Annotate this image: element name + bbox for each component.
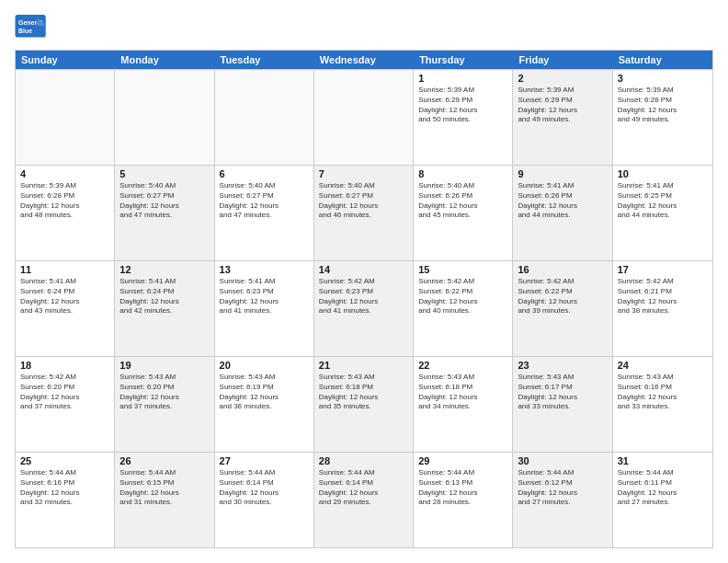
svg-text:Blue: Blue <box>18 28 32 34</box>
day-info: Sunrise: 5:43 AM Sunset: 6:20 PM Dayligh… <box>119 373 209 412</box>
day-number: 25 <box>20 455 109 466</box>
calendar-cell-4: 4Sunrise: 5:39 AM Sunset: 6:28 PM Daylig… <box>16 166 115 260</box>
header-day-sunday: Sunday <box>16 51 115 69</box>
calendar-cell-6: 6Sunrise: 5:40 AM Sunset: 6:27 PM Daylig… <box>215 166 314 260</box>
calendar-cell-15: 15Sunrise: 5:42 AM Sunset: 6:22 PM Dayli… <box>414 261 513 356</box>
day-number: 4 <box>20 168 109 179</box>
day-info: Sunrise: 5:41 AM Sunset: 6:24 PM Dayligh… <box>119 277 209 316</box>
day-number: 8 <box>418 168 507 179</box>
day-number: 13 <box>220 264 309 275</box>
calendar-cell-empty-0-0 <box>16 70 115 165</box>
calendar-body: 1Sunrise: 5:39 AM Sunset: 6:29 PM Daylig… <box>16 69 712 547</box>
calendar-cell-2: 2Sunrise: 5:39 AM Sunset: 6:29 PM Daylig… <box>513 70 612 165</box>
calendar-cell-16: 16Sunrise: 5:42 AM Sunset: 6:22 PM Dayli… <box>513 261 612 356</box>
page: General Blue SundayMondayTuesdayWednesda… <box>0 0 728 563</box>
day-info: Sunrise: 5:44 AM Sunset: 6:13 PM Dayligh… <box>418 468 507 508</box>
calendar-cell-9: 9Sunrise: 5:41 AM Sunset: 6:26 PM Daylig… <box>513 166 612 260</box>
day-number: 1 <box>418 73 507 84</box>
logo-icon: General Blue <box>15 15 48 40</box>
day-info: Sunrise: 5:43 AM Sunset: 6:18 PM Dayligh… <box>319 373 408 412</box>
calendar-cell-5: 5Sunrise: 5:40 AM Sunset: 6:27 PM Daylig… <box>115 166 214 260</box>
day-number: 26 <box>119 455 209 466</box>
header-day-wednesday: Wednesday <box>314 51 414 69</box>
day-number: 14 <box>319 264 408 275</box>
day-number: 17 <box>618 264 708 275</box>
day-info: Sunrise: 5:42 AM Sunset: 6:22 PM Dayligh… <box>418 277 507 316</box>
day-number: 20 <box>220 360 309 371</box>
day-number: 11 <box>20 264 109 275</box>
day-number: 10 <box>618 168 708 179</box>
day-info: Sunrise: 5:44 AM Sunset: 6:16 PM Dayligh… <box>20 468 109 508</box>
logo: General Blue <box>15 15 48 40</box>
calendar-cell-8: 8Sunrise: 5:40 AM Sunset: 6:26 PM Daylig… <box>414 166 513 260</box>
calendar-cell-14: 14Sunrise: 5:42 AM Sunset: 6:23 PM Dayli… <box>314 261 414 356</box>
day-number: 6 <box>220 168 309 179</box>
day-info: Sunrise: 5:41 AM Sunset: 6:25 PM Dayligh… <box>618 181 708 221</box>
calendar-cell-10: 10Sunrise: 5:41 AM Sunset: 6:25 PM Dayli… <box>613 166 712 260</box>
day-info: Sunrise: 5:41 AM Sunset: 6:24 PM Dayligh… <box>20 277 109 316</box>
calendar-cell-12: 12Sunrise: 5:41 AM Sunset: 6:24 PM Dayli… <box>115 261 214 356</box>
day-number: 5 <box>119 168 209 179</box>
calendar-cell-28: 28Sunrise: 5:44 AM Sunset: 6:14 PM Dayli… <box>314 453 414 547</box>
calendar-cell-26: 26Sunrise: 5:44 AM Sunset: 6:15 PM Dayli… <box>115 453 214 547</box>
day-number: 21 <box>319 360 408 371</box>
day-number: 2 <box>518 73 607 84</box>
calendar-cell-empty-0-2 <box>215 70 314 165</box>
calendar-cell-empty-0-1 <box>115 70 214 165</box>
day-number: 29 <box>418 455 507 466</box>
header: General Blue <box>15 15 713 40</box>
calendar-cell-13: 13Sunrise: 5:41 AM Sunset: 6:23 PM Dayli… <box>215 261 314 356</box>
calendar-cell-31: 31Sunrise: 5:44 AM Sunset: 6:11 PM Dayli… <box>613 453 712 547</box>
calendar-cell-11: 11Sunrise: 5:41 AM Sunset: 6:24 PM Dayli… <box>16 261 115 356</box>
calendar-week-5: 25Sunrise: 5:44 AM Sunset: 6:16 PM Dayli… <box>16 452 712 547</box>
day-info: Sunrise: 5:43 AM Sunset: 6:18 PM Dayligh… <box>418 373 507 412</box>
day-number: 30 <box>518 455 607 466</box>
day-info: Sunrise: 5:44 AM Sunset: 6:12 PM Dayligh… <box>518 468 607 508</box>
calendar-cell-17: 17Sunrise: 5:42 AM Sunset: 6:21 PM Dayli… <box>613 261 712 356</box>
day-info: Sunrise: 5:39 AM Sunset: 6:29 PM Dayligh… <box>518 86 607 125</box>
day-info: Sunrise: 5:39 AM Sunset: 6:28 PM Dayligh… <box>20 181 109 221</box>
day-number: 3 <box>618 73 708 84</box>
calendar-cell-20: 20Sunrise: 5:43 AM Sunset: 6:19 PM Dayli… <box>215 357 314 452</box>
calendar-week-2: 4Sunrise: 5:39 AM Sunset: 6:28 PM Daylig… <box>16 165 712 260</box>
calendar-header: SundayMondayTuesdayWednesdayThursdayFrid… <box>16 51 712 69</box>
day-number: 23 <box>518 360 607 371</box>
day-number: 18 <box>20 360 109 371</box>
day-info: Sunrise: 5:40 AM Sunset: 6:26 PM Dayligh… <box>418 181 507 221</box>
day-info: Sunrise: 5:39 AM Sunset: 6:28 PM Dayligh… <box>618 86 708 125</box>
day-info: Sunrise: 5:42 AM Sunset: 6:22 PM Dayligh… <box>518 277 607 316</box>
calendar-cell-7: 7Sunrise: 5:40 AM Sunset: 6:27 PM Daylig… <box>314 166 414 260</box>
day-info: Sunrise: 5:43 AM Sunset: 6:19 PM Dayligh… <box>220 373 309 412</box>
day-info: Sunrise: 5:44 AM Sunset: 6:14 PM Dayligh… <box>220 468 309 508</box>
calendar-cell-21: 21Sunrise: 5:43 AM Sunset: 6:18 PM Dayli… <box>314 357 414 452</box>
header-day-friday: Friday <box>513 51 612 69</box>
calendar-week-3: 11Sunrise: 5:41 AM Sunset: 6:24 PM Dayli… <box>16 260 712 356</box>
calendar-cell-1: 1Sunrise: 5:39 AM Sunset: 6:29 PM Daylig… <box>414 70 513 165</box>
day-info: Sunrise: 5:42 AM Sunset: 6:23 PM Dayligh… <box>319 277 408 316</box>
day-info: Sunrise: 5:40 AM Sunset: 6:27 PM Dayligh… <box>119 181 209 221</box>
day-number: 24 <box>618 360 708 371</box>
header-day-tuesday: Tuesday <box>215 51 314 69</box>
day-info: Sunrise: 5:42 AM Sunset: 6:20 PM Dayligh… <box>20 373 109 412</box>
day-info: Sunrise: 5:40 AM Sunset: 6:27 PM Dayligh… <box>319 181 408 221</box>
calendar-cell-empty-0-3 <box>314 70 414 165</box>
day-info: Sunrise: 5:44 AM Sunset: 6:15 PM Dayligh… <box>119 468 209 508</box>
calendar-cell-25: 25Sunrise: 5:44 AM Sunset: 6:16 PM Dayli… <box>16 453 115 547</box>
header-day-saturday: Saturday <box>613 51 712 69</box>
calendar-cell-23: 23Sunrise: 5:43 AM Sunset: 6:17 PM Dayli… <box>513 357 612 452</box>
calendar: SundayMondayTuesdayWednesdayThursdayFrid… <box>15 50 713 548</box>
day-number: 28 <box>319 455 408 466</box>
day-number: 31 <box>618 455 708 466</box>
day-info: Sunrise: 5:43 AM Sunset: 6:16 PM Dayligh… <box>618 373 708 412</box>
calendar-week-1: 1Sunrise: 5:39 AM Sunset: 6:29 PM Daylig… <box>16 69 712 165</box>
calendar-cell-22: 22Sunrise: 5:43 AM Sunset: 6:18 PM Dayli… <box>414 357 513 452</box>
day-info: Sunrise: 5:40 AM Sunset: 6:27 PM Dayligh… <box>220 181 309 221</box>
day-number: 7 <box>319 168 408 179</box>
day-number: 9 <box>518 168 607 179</box>
calendar-week-4: 18Sunrise: 5:42 AM Sunset: 6:20 PM Dayli… <box>16 356 712 452</box>
calendar-cell-19: 19Sunrise: 5:43 AM Sunset: 6:20 PM Dayli… <box>115 357 214 452</box>
header-day-monday: Monday <box>115 51 214 69</box>
day-number: 22 <box>418 360 507 371</box>
day-info: Sunrise: 5:43 AM Sunset: 6:17 PM Dayligh… <box>518 373 607 412</box>
day-info: Sunrise: 5:44 AM Sunset: 6:11 PM Dayligh… <box>618 468 708 508</box>
